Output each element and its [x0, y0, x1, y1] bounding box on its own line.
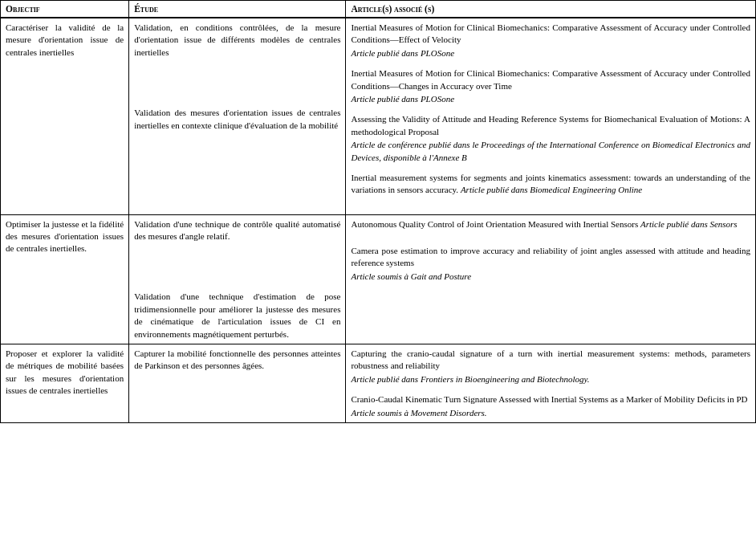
article-group: Inertial Measures of Motion for Clinical…	[351, 67, 750, 105]
table-row: Optimiser la justesse et la fidélité des…	[1, 214, 756, 344]
article-group: Cranio-Caudal Kinematic Turn Signature A…	[351, 393, 750, 419]
article-group: Inertial Measures of Motion for Clinical…	[351, 22, 750, 59]
articles-cell: Inertial Measures of Motion for Clinical…	[346, 18, 756, 214]
etude-cell: Validation, en conditions contrôlées, de…	[129, 18, 346, 214]
table-row: Proposer et explorer la validité de métr…	[1, 344, 756, 423]
article-group: Assessing the Validity of Attitude and H…	[351, 113, 750, 164]
articles-cell: Autonomous Quality Control of Joint Orie…	[346, 214, 756, 344]
objectif-cell: Caractériser la validité de la mesure d'…	[1, 18, 129, 214]
table-row: Caractériser la validité de la mesure d'…	[1, 18, 756, 214]
article-group: Capturing the cranio-caudal signature of…	[351, 348, 750, 385]
header-objectif: Objectif	[1, 1, 129, 18]
main-table: Objectif Étude Article(s) associé (s) Ca…	[0, 0, 756, 423]
article-group: Autonomous Quality Control of Joint Orie…	[351, 218, 750, 230]
header-articles: Article(s) associé (s)	[346, 1, 756, 18]
etude-cell: Capturer la mobilité fonctionnelle des p…	[129, 344, 346, 423]
objectif-cell: Proposer et explorer la validité de métr…	[1, 344, 129, 423]
article-group: Camera pose estimation to improve accura…	[351, 245, 750, 283]
etude-cell: Validation d'une technique de contrôle q…	[129, 214, 346, 344]
article-group: Inertial measurement systems for segment…	[351, 172, 750, 197]
articles-cell: Capturing the cranio-caudal signature of…	[346, 344, 756, 423]
objectif-cell: Optimiser la justesse et la fidélité des…	[1, 214, 129, 344]
header-etude: Étude	[129, 1, 346, 18]
